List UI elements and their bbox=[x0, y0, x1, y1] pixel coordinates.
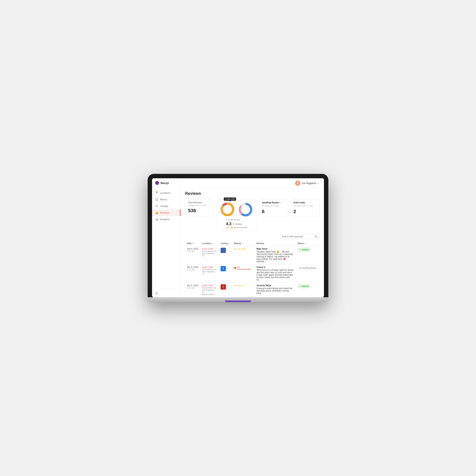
cell-listing: f bbox=[219, 264, 232, 283]
cell-location: Outer Orbit 3215 Mission St San Francisc… bbox=[200, 283, 219, 297]
awaiting-replies-value: 6 bbox=[262, 209, 285, 214]
search-input[interactable] bbox=[282, 235, 313, 238]
review-date: Jan 8, 2023 bbox=[187, 266, 198, 268]
review-time: 3:15 pm bbox=[187, 268, 198, 271]
review-date: Jan 8, 2023 bbox=[187, 284, 198, 287]
cell-location: Outer Orbit 3215 Mission St San Francisc… bbox=[200, 264, 219, 283]
listings-icon: ☰ bbox=[155, 204, 158, 208]
recommended-row: 56% 👍 Recommended bbox=[226, 226, 247, 229]
cell-status: ✓ Replied bbox=[295, 283, 320, 297]
sidebar-item-locations[interactable]: 📍 Locations bbox=[152, 189, 181, 196]
location-addr2: San Francisco, CA bbox=[202, 271, 217, 275]
donut-tooltip: 1 Star 1.4% bbox=[224, 197, 236, 201]
filter-icon-status[interactable]: ▼ bbox=[305, 242, 307, 245]
user-initials: R bbox=[297, 182, 298, 185]
draft-ready-header[interactable]: Draft ready › bbox=[293, 202, 317, 204]
blue-donut-chart bbox=[238, 202, 254, 218]
draft-ready-card: Draft ready › No Approvals in 1 day 2 bbox=[291, 199, 320, 217]
star-rating: ★★★★★ bbox=[234, 248, 246, 250]
cell-status: ✓ Replied bbox=[295, 246, 320, 264]
sidebar-item-reviews-label: Reviews bbox=[160, 211, 169, 214]
table-row: Jan 9, 2023 9:34 am Outer Orbit 3215 Mis… bbox=[185, 246, 320, 264]
total-reviews-label: Total Reviews bbox=[188, 202, 211, 204]
average-rating-label: Average Rating bbox=[226, 219, 247, 221]
not-recommended-label: ❤️ Not Recommended bbox=[234, 266, 253, 270]
search-box[interactable]: 🔍 bbox=[280, 234, 320, 239]
logo-icon bbox=[155, 181, 159, 185]
reviewer-name: Celine C. bbox=[256, 266, 294, 268]
thumb-up-icon: 👍 bbox=[231, 226, 233, 229]
table-row: Jan 8, 2023 3:15 pm Outer Orbit 3215 Mis… bbox=[185, 264, 320, 283]
cell-listing: 🍴 bbox=[219, 283, 232, 297]
filter-icon-location[interactable]: ▼ bbox=[212, 242, 214, 245]
draft-ready-value: 2 bbox=[293, 209, 317, 214]
user-name: Joe Riggatoni bbox=[302, 182, 316, 185]
review-date: Jan 9, 2023 bbox=[187, 248, 198, 250]
star-icon: ★ bbox=[232, 222, 235, 226]
app-header: R Joe Riggatoni ▼ bbox=[181, 178, 324, 188]
awaiting-replies-card: Awaiting Replies › No Reply in 2 days 6 bbox=[259, 199, 288, 217]
user-avatar: R bbox=[295, 181, 300, 186]
status-badge: ✓ Replied bbox=[297, 248, 311, 252]
star-rating: ★★★★☆ bbox=[234, 284, 246, 287]
col-location: Location ▼ bbox=[200, 241, 219, 246]
reviewer-name: Mike Diner bbox=[256, 248, 294, 250]
locations-icon: 📍 bbox=[155, 191, 158, 194]
awaiting-replies-header[interactable]: Awaiting Replies › bbox=[262, 202, 285, 204]
table-toolbar: 🔍 bbox=[185, 234, 320, 239]
col-date: Date ⇅ bbox=[185, 241, 200, 246]
location-link[interactable]: Outer Orbit bbox=[202, 248, 217, 250]
page-content: Reviews Total Reviews Updated Jan 9, 202… bbox=[181, 188, 324, 297]
col-status: Status ▼ bbox=[295, 241, 320, 246]
cell-review: Celine C. Went here on a Friday night fo… bbox=[255, 264, 295, 283]
laptop-base bbox=[148, 297, 328, 302]
sidebar: Marqii 📍 Locations 📋 Menus ☰ Listings bbox=[152, 178, 181, 297]
cell-rating: ❤️ Not Recommended bbox=[232, 264, 255, 283]
user-badge[interactable]: R Joe Riggatoni ▼ bbox=[295, 181, 320, 186]
sidebar-item-listings-label: Listings bbox=[160, 205, 168, 207]
listing-icon: f bbox=[221, 266, 226, 271]
location-addr1: 3215 Mission St bbox=[202, 268, 217, 271]
total-reviews-card: Total Reviews Updated Jan 9, 2023 536 bbox=[185, 199, 214, 217]
reviewer-name: Gerardo Mejia bbox=[256, 284, 294, 287]
awaiting-replies-sub: No Reply in 2 days bbox=[262, 205, 285, 207]
filter-icon-rating[interactable]: ▼ bbox=[241, 242, 243, 245]
sidebar-item-reviews[interactable]: 🔔 Reviews bbox=[152, 209, 181, 216]
location-link[interactable]: Outer Orbit bbox=[202, 266, 217, 268]
reviews-tbody: Jan 9, 2023 9:34 am Outer Orbit 3215 Mis… bbox=[185, 246, 320, 298]
reviews-icon: 🔔 bbox=[155, 211, 158, 214]
cell-date: Jan 8, 2023 3:15 pm bbox=[185, 264, 200, 283]
cell-review: Gerardo Mejia Enjoyed a quite dinner and… bbox=[255, 283, 295, 297]
table-header-row: Date ⇅ Location ▼ Listing ▼ bbox=[185, 241, 320, 246]
sort-icon-date[interactable]: ⇅ bbox=[192, 242, 194, 245]
table-row: Jan 8, 2023 3:15 pm Outer Orbit 3215 Mis… bbox=[185, 283, 320, 297]
sidebar-item-menus-label: Menus bbox=[160, 198, 167, 201]
review-text: Vacation starts here 😊... We first disco… bbox=[256, 251, 294, 263]
filter-icon-listing[interactable]: ▼ bbox=[228, 242, 230, 245]
cell-date: Jan 9, 2023 9:34 am bbox=[185, 246, 200, 264]
review-text: Went here on a Friday night for dinner a… bbox=[256, 269, 294, 281]
chevron-down-icon: ▼ bbox=[318, 182, 320, 184]
sidebar-bottom: ☰ bbox=[152, 289, 181, 297]
cell-rating: ★★★★★ bbox=[232, 246, 255, 264]
sidebar-nav: 📍 Locations 📋 Menus ☰ Listings 🔔 Reviews bbox=[152, 188, 181, 289]
location-addr3: United States bbox=[202, 293, 217, 295]
cell-rating: ★★★★☆ bbox=[232, 283, 255, 297]
analytics-icon: 📊 bbox=[155, 218, 158, 221]
location-addr1: 3215 Mission St bbox=[202, 287, 217, 289]
sidebar-item-analytics[interactable]: 📊 Analytics bbox=[152, 216, 181, 222]
arrow-right-icon-draft: › bbox=[306, 202, 306, 204]
sidebar-bottom-icon: ☰ bbox=[155, 291, 158, 295]
average-rating-value: 4.3 ★ Rating bbox=[226, 222, 247, 226]
sidebar-item-menus[interactable]: 📋 Menus bbox=[152, 196, 181, 203]
status-badge: ✓ Replied bbox=[297, 284, 311, 288]
donut-chart-container: 1 Star 1.4% bbox=[220, 202, 235, 218]
cell-review: Mike Diner Vacation starts here 😊... We … bbox=[255, 246, 295, 264]
reviews-table: Date ⇅ Location ▼ Listing ▼ bbox=[185, 241, 320, 297]
sidebar-item-listings[interactable]: ☰ Listings bbox=[152, 203, 181, 209]
app-container: Marqii 📍 Locations 📋 Menus ☰ Listings bbox=[152, 178, 324, 297]
page-title: Reviews bbox=[185, 191, 320, 196]
listing-icon: 🍴 bbox=[221, 284, 226, 289]
laptop-frame: Marqii 📍 Locations 📋 Menus ☰ Listings bbox=[148, 174, 328, 302]
location-link[interactable]: Outer Orbit bbox=[202, 284, 217, 287]
